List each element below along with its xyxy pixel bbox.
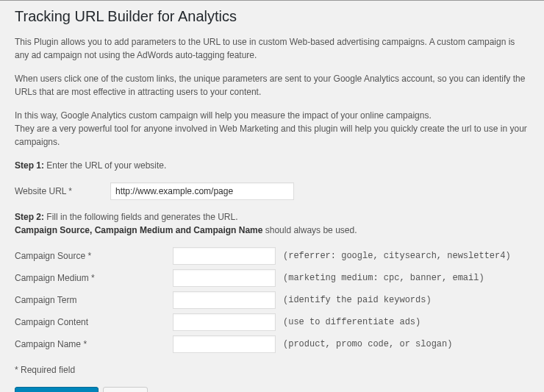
step2-label: Step 2: [15,212,44,222]
campaign-term-hint: (identify the paid keywords) [283,295,432,305]
campaign-name-row: Campaign Name * (product, promo code, or… [15,335,529,353]
step2-desc: Fill in the following fields and generat… [44,212,237,222]
step1-label: Step 1: [15,160,44,171]
page-title: Tracking URL Builder for Analytics [15,8,529,25]
intro-paragraph-1: This Plugin allows you to add parameters… [15,35,529,62]
campaign-source-hint: (referrer: google, citysearch, newslette… [283,251,511,261]
campaign-source-input[interactable] [173,247,276,265]
website-url-row: Website URL * [15,182,529,200]
clear-button[interactable]: Clear [103,387,148,392]
campaign-medium-hint: (marketing medium: cpc, banner, email) [283,273,484,283]
step2-bold-text: Campaign Source, Campaign Medium and Cam… [15,225,262,235]
intro-p3b: They are a very powerful tool for anyone… [15,124,527,147]
campaign-name-input[interactable] [173,335,276,353]
website-url-label: Website URL * [15,186,110,196]
campaign-source-label: Campaign Source * [15,251,173,261]
campaign-name-hint: (product, promo code, or slogan) [283,339,452,349]
campaign-content-input[interactable] [173,313,276,331]
campaign-term-input[interactable] [173,291,276,309]
campaign-fields-group: Campaign Source * (referrer: google, cit… [15,247,529,353]
campaign-content-row: Campaign Content (use to differentiate a… [15,313,529,331]
step2-text: Step 2: Fill in the following fields and… [15,210,529,237]
campaign-source-row: Campaign Source * (referrer: google, cit… [15,247,529,265]
campaign-content-hint: (use to differentiate ads) [283,317,420,327]
step1-text: Step 1: Enter the URL of your website. [15,159,529,172]
intro-paragraph-3: In this way, Google Analytics custom cam… [15,109,529,149]
page-wrap: Tracking URL Builder for Analytics This … [0,8,544,392]
website-url-input[interactable] [110,182,294,200]
campaign-medium-label: Campaign Medium * [15,273,173,283]
intro-p3a: In this way, Google Analytics custom cam… [15,110,432,121]
campaign-content-label: Campaign Content [15,317,173,327]
generate-url-button[interactable]: Generate URL [15,387,99,392]
top-divider [0,0,544,1]
campaign-name-label: Campaign Name * [15,339,173,349]
campaign-term-row: Campaign Term (identify the paid keyword… [15,291,529,309]
campaign-term-label: Campaign Term [15,295,173,305]
step2-rest: should always be used. [262,225,357,235]
campaign-medium-input[interactable] [173,269,276,287]
step1-desc: Enter the URL of your website. [44,160,166,171]
button-row: Generate URL Clear [15,387,529,392]
campaign-medium-row: Campaign Medium * (marketing medium: cpc… [15,269,529,287]
required-field-note: * Required field [15,363,529,377]
intro-paragraph-2: When users click one of the custom links… [15,72,529,99]
